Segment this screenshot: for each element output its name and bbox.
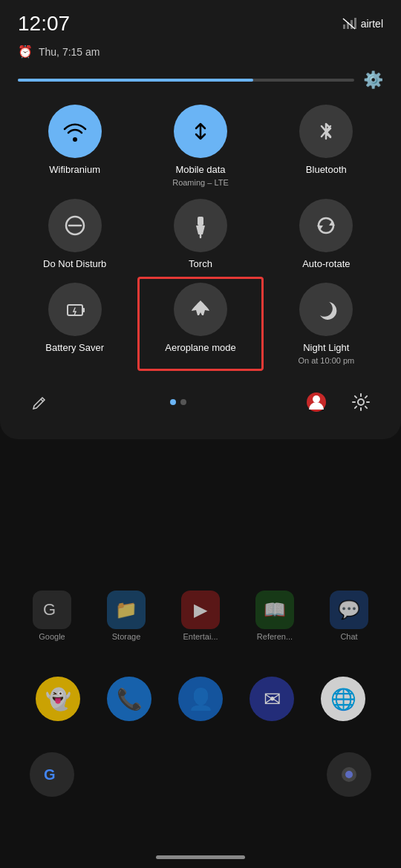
navigation-bar [156, 855, 245, 859]
storage-icon: 📁 [107, 591, 146, 629]
entertainment-icon: ▶ [181, 591, 220, 629]
tile-bluetooth[interactable]: Bluetooth [270, 105, 383, 187]
search-bar-home: G [0, 748, 401, 801]
svg-text:G: G [44, 766, 56, 783]
bottom-controls [0, 377, 401, 424]
messages-icon[interactable]: ✉ [250, 677, 294, 721]
contacts-icon[interactable]: 👤 [178, 677, 223, 721]
phone-icon[interactable]: 📞 [107, 677, 151, 721]
user-icon [306, 392, 327, 412]
chat-icon: 💬 [330, 591, 368, 629]
autorotate-icon-circle [299, 199, 353, 252]
battery-saver-icon-circle [48, 283, 102, 336]
bluetooth-icon [313, 118, 339, 145]
brightness-fill [18, 79, 253, 82]
svg-rect-1 [343, 24, 345, 29]
svg-rect-2 [347, 22, 349, 29]
settings-icon [351, 392, 371, 412]
svg-point-20 [358, 399, 364, 405]
mobile-data-icon [187, 118, 214, 145]
svg-point-24 [345, 771, 353, 778]
user-button[interactable] [300, 386, 333, 418]
dnd-icon [62, 212, 88, 239]
dot-2 [180, 399, 186, 405]
wifi-label: Wifibranium [49, 164, 100, 177]
status-bar: 12:07 airtel [0, 0, 401, 42]
battery-saver-label: Battery Saver [45, 342, 104, 355]
tile-dnd[interactable]: Do Not Disturb [18, 199, 131, 271]
wifi-icon [62, 118, 88, 145]
autorotate-icon [313, 212, 339, 239]
svg-text:G: G [43, 600, 56, 619]
app-entertainment[interactable]: ▶ Entertai... [181, 591, 220, 641]
google-assistant-pill[interactable] [327, 752, 371, 797]
tile-autorotate[interactable]: Auto-rotate [270, 199, 383, 271]
night-light-icon-circle [299, 283, 353, 336]
wifi-icon-circle [48, 105, 102, 158]
date-text: Thu, 7:15 am [39, 46, 100, 58]
app-folder-row: G Google 📁 Storage ▶ Entertai... 📖 Refer… [0, 579, 401, 647]
google-icon: G [33, 591, 71, 629]
app-storage[interactable]: 📁 Storage [107, 591, 146, 641]
svg-rect-3 [351, 20, 353, 29]
app-reference-label: Referen... [257, 632, 293, 641]
snapchat-icon[interactable]: 👻 [36, 677, 80, 721]
battery-saver-icon [62, 296, 88, 323]
bluetooth-icon-circle [299, 105, 353, 158]
torch-icon [187, 212, 214, 239]
signal-icon [342, 17, 356, 30]
aeroplane-icon [187, 296, 214, 323]
tile-aeroplane[interactable]: Aeroplane mode [143, 283, 257, 365]
home-area: G Google 📁 Storage ▶ Entertai... 📖 Refer… [0, 579, 401, 801]
date-row: ⏰ Thu, 7:15 am [0, 42, 401, 68]
svg-rect-13 [82, 308, 85, 312]
svg-rect-7 [198, 217, 203, 226]
app-storage-label: Storage [112, 632, 141, 641]
dnd-label: Do Not Disturb [43, 258, 106, 271]
date-left: ⏰ Thu, 7:15 am [18, 45, 100, 59]
tiles-grid: Wifibranium Mobile data Roaming – LTE Bl… [0, 105, 401, 377]
dock-row: 👻 📞 👤 ✉ 🌐 [0, 662, 401, 736]
app-reference[interactable]: 📖 Referen... [255, 591, 294, 641]
app-chat[interactable]: 💬 Chat [330, 591, 368, 641]
night-light-sublabel: On at 10:00 pm [298, 356, 354, 365]
google-search-pill[interactable]: G [30, 752, 74, 797]
alarm-icon: ⏰ [18, 45, 33, 59]
status-time: 12:07 [18, 12, 70, 36]
tile-torch[interactable]: Torch [143, 199, 257, 271]
dnd-icon-circle [48, 199, 102, 252]
mobile-data-label: Mobile data [175, 164, 225, 177]
tile-wifi[interactable]: Wifibranium [18, 105, 131, 187]
app-chat-label: Chat [340, 632, 357, 641]
svg-line-17 [41, 399, 43, 401]
edit-button[interactable] [24, 386, 56, 418]
reference-icon: 📖 [255, 591, 294, 629]
autorotate-label: Auto-rotate [302, 258, 350, 271]
svg-point-19 [313, 395, 320, 403]
quick-settings-panel: 12:07 airtel ⏰ Thu, 7:15 am ⚙️ [0, 0, 401, 439]
aeroplane-icon-circle [174, 283, 227, 336]
carrier-name: airtel [361, 18, 383, 30]
pencil-icon [32, 394, 48, 410]
dot-1 [170, 399, 176, 405]
torch-icon-circle [174, 199, 227, 252]
app-google-label: Google [39, 632, 65, 641]
page-dots [170, 399, 186, 405]
night-light-label: Night Light [303, 342, 349, 355]
tile-battery-saver[interactable]: Battery Saver [18, 283, 131, 365]
brightness-row[interactable]: ⚙️ [0, 68, 401, 105]
brightness-track[interactable] [18, 79, 354, 82]
settings-button[interactable] [345, 386, 377, 418]
aeroplane-label: Aeroplane mode [165, 342, 235, 355]
tile-night-light[interactable]: Night Light On at 10:00 pm [270, 283, 383, 365]
svg-marker-8 [196, 226, 205, 234]
torch-label: Torch [189, 258, 212, 271]
night-light-icon [313, 296, 339, 323]
chrome-icon[interactable]: 🌐 [321, 677, 365, 721]
app-entertainment-label: Entertai... [183, 632, 218, 641]
svg-rect-4 [354, 18, 356, 29]
status-right: airtel [342, 17, 383, 30]
tile-mobile-data[interactable]: Mobile data Roaming – LTE [143, 105, 257, 187]
mobile-data-sublabel: Roaming – LTE [172, 178, 229, 187]
app-google[interactable]: G Google [33, 591, 71, 641]
